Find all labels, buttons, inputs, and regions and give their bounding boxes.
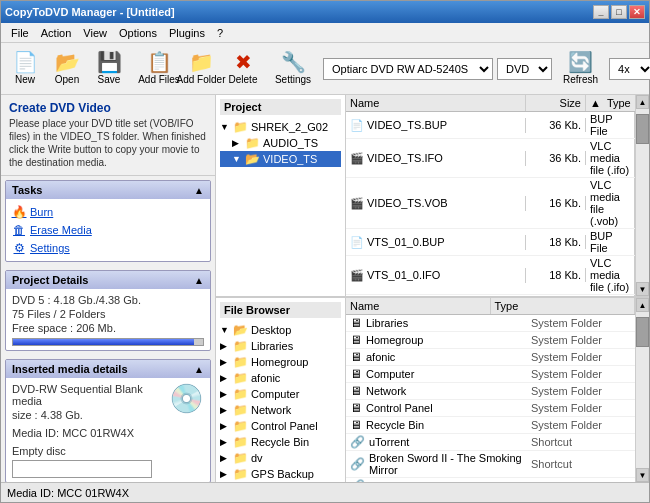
- browser-file-row-1[interactable]: 🖥 Homegroup System Folder: [346, 332, 635, 349]
- add-files-button[interactable]: 📋 Add Files: [139, 46, 179, 92]
- media-id-input[interactable]: [12, 460, 152, 478]
- menu-view[interactable]: View: [77, 25, 113, 41]
- browser-file-type-1: System Folder: [531, 334, 631, 346]
- tree-item-shrek[interactable]: ▼ 📁 SHREK_2_G02: [220, 119, 341, 135]
- menu-plugins[interactable]: Plugins: [163, 25, 211, 41]
- browser-col-type[interactable]: Type: [491, 298, 636, 314]
- task-settings[interactable]: ⚙ Settings: [12, 239, 204, 257]
- file-name-4: 🎬VTS_01_0.IFO: [346, 268, 526, 283]
- maximize-button[interactable]: □: [611, 5, 627, 19]
- file-name-3: 📄VTS_01_0.BUP: [346, 235, 526, 250]
- new-button[interactable]: 📄 New: [5, 46, 45, 92]
- delete-button[interactable]: ✖ Delete: [223, 46, 263, 92]
- erase-icon: 🗑: [12, 223, 26, 237]
- save-button[interactable]: 💾 Save: [89, 46, 129, 92]
- browser-file-row-3[interactable]: 🖥 Computer System Folder: [346, 366, 635, 383]
- dvd-type-selector[interactable]: DVD 5DVD 9: [497, 58, 552, 80]
- task-erase-media[interactable]: 🗑 Erase Media: [12, 221, 204, 239]
- task-burn[interactable]: 🔥 Burn: [12, 203, 204, 221]
- minimize-button[interactable]: _: [593, 5, 609, 19]
- scroll-track: [636, 109, 649, 282]
- browser-tree-item-4[interactable]: ▶ 📁 Computer: [220, 386, 341, 402]
- browser-expand-0[interactable]: ▼: [220, 325, 230, 335]
- dvd-disc-icon: 💿: [169, 382, 204, 415]
- file-row-2[interactable]: 🎬VIDEO_TS.VOB 16 Kb. VLC media file (.vo…: [346, 178, 635, 229]
- settings-button[interactable]: 🔧 Settings: [273, 46, 313, 92]
- file-type-3: BUP File: [586, 229, 635, 255]
- browser-expand-3[interactable]: ▶: [220, 373, 230, 383]
- browser-file-row-7[interactable]: 🔗 uTorrent Shortcut: [346, 434, 635, 451]
- create-dvd-title: Create DVD Video: [9, 101, 207, 115]
- tasks-section: Tasks ▲ 🔥 Burn 🗑 Erase Media ⚙ Settings: [5, 180, 211, 262]
- project-scrollbar[interactable]: ▲ ▼: [635, 95, 649, 296]
- file-row-4[interactable]: 🎬VTS_01_0.IFO 18 Kb. VLC media file (.if…: [346, 256, 635, 295]
- tree-expand-shrek[interactable]: ▼: [220, 122, 230, 132]
- tree-item-video-ts[interactable]: ▼ 📂 VIDEO_TS: [220, 151, 341, 167]
- menu-options[interactable]: Options: [113, 25, 163, 41]
- tree-expand-audio[interactable]: ▶: [232, 138, 242, 148]
- browser-col-name[interactable]: Name: [346, 298, 491, 314]
- tree-expand-video[interactable]: ▼: [232, 154, 242, 164]
- open-button[interactable]: 📂 Open: [47, 46, 87, 92]
- browser-scroll-thumb[interactable]: [636, 317, 649, 347]
- scroll-down-btn[interactable]: ▼: [636, 282, 649, 296]
- browser-file-row-6[interactable]: 🖥 Recycle Bin System Folder: [346, 417, 635, 434]
- menu-action[interactable]: Action: [35, 25, 78, 41]
- browser-tree-item-5[interactable]: ▶ 📁 Network: [220, 402, 341, 418]
- browser-tree-item-3[interactable]: ▶ 📁 afonic: [220, 370, 341, 386]
- browser-file-row-4[interactable]: 🖥 Network System Folder: [346, 383, 635, 400]
- menu-help[interactable]: ?: [211, 25, 229, 41]
- tasks-collapse-icon[interactable]: ▲: [194, 185, 204, 196]
- scroll-up-btn[interactable]: ▲: [636, 95, 649, 109]
- browser-file-row-0[interactable]: 🖥 Libraries System Folder: [346, 315, 635, 332]
- scroll-thumb[interactable]: [636, 114, 649, 144]
- browser-tree-item-1[interactable]: ▶ 📁 Libraries: [220, 338, 341, 354]
- file-row-5[interactable]: 🎬VTS_01_0.VOB 114 Kb. VLC media file (.v…: [346, 295, 635, 296]
- browser-tree-item-6[interactable]: ▶ 📁 Control Panel: [220, 418, 341, 434]
- project-details-header[interactable]: Project Details ▲: [6, 271, 210, 289]
- col-size[interactable]: Size: [526, 95, 586, 111]
- inserted-media-collapse[interactable]: ▲: [194, 364, 204, 375]
- speed-selector[interactable]: 1x2x4x8x: [609, 58, 650, 80]
- browser-expand-7[interactable]: ▶: [220, 437, 230, 447]
- file-type-0: BUP File: [586, 112, 635, 138]
- browser-scroll-down[interactable]: ▼: [636, 468, 649, 482]
- menu-file[interactable]: File: [5, 25, 35, 41]
- browser-file-row-5[interactable]: 🖥 Control Panel System Folder: [346, 400, 635, 417]
- browser-tree-item-9[interactable]: ▶ 📁 GPS Backup: [220, 466, 341, 482]
- browser-expand-4[interactable]: ▶: [220, 389, 230, 399]
- browser-tree-item-7[interactable]: ▶ 📁 Recycle Bin: [220, 434, 341, 450]
- browser-tree-item-8[interactable]: ▶ 📁 dv: [220, 450, 341, 466]
- tasks-header[interactable]: Tasks ▲: [6, 181, 210, 199]
- browser-expand-9[interactable]: ▶: [220, 469, 230, 479]
- browser-tree-item-2[interactable]: ▶ 📁 Homegroup: [220, 354, 341, 370]
- delete-label: Delete: [229, 74, 258, 85]
- browser-expand-8[interactable]: ▶: [220, 453, 230, 463]
- file-row-0[interactable]: 📄VIDEO_TS.BUP 36 Kb. BUP File: [346, 112, 635, 139]
- drive-selector[interactable]: Optiarc DVD RW AD-5240S [E]: [323, 58, 493, 80]
- refresh-button[interactable]: 🔄 Refresh: [556, 46, 605, 92]
- app-title: CopyToDVD Manager - [Untitled]: [5, 6, 175, 18]
- browser-scrollbar[interactable]: ▲ ▼: [635, 298, 649, 482]
- file-list-header: Name Size ▲Type: [346, 95, 635, 112]
- browser-scroll-up[interactable]: ▲: [636, 298, 649, 312]
- file-row-1[interactable]: 🎬VIDEO_TS.IFO 36 Kb. VLC media file (.if…: [346, 139, 635, 178]
- browser-file-name-2: afonic: [366, 351, 531, 363]
- add-folder-button[interactable]: 📁 Add Folder: [181, 46, 221, 92]
- browser-tree-item-0[interactable]: ▼ 📂 Desktop: [220, 322, 341, 338]
- col-type[interactable]: ▲Type: [586, 95, 635, 111]
- tree-item-audio-ts[interactable]: ▶ 📁 AUDIO_TS: [220, 135, 341, 151]
- browser-expand-1[interactable]: ▶: [220, 341, 230, 351]
- browser-expand-5[interactable]: ▶: [220, 405, 230, 415]
- inserted-media-header[interactable]: Inserted media details ▲: [6, 360, 210, 378]
- browser-expand-6[interactable]: ▶: [220, 421, 230, 431]
- close-button[interactable]: ✕: [629, 5, 645, 19]
- project-details-collapse[interactable]: ▲: [194, 275, 204, 286]
- browser-file-row-8[interactable]: 🔗 Broken Sword II - The Smoking Mirror S…: [346, 451, 635, 478]
- col-name[interactable]: Name: [346, 95, 526, 111]
- browser-file-row-2[interactable]: 🖥 afonic System Folder: [346, 349, 635, 366]
- file-row-3[interactable]: 📄VTS_01_0.BUP 18 Kb. BUP File: [346, 229, 635, 256]
- project-space-line: Free space : 206 Mb.: [12, 321, 204, 335]
- browser-expand-2[interactable]: ▶: [220, 357, 230, 367]
- menubar: File Action View Options Plugins ?: [1, 23, 649, 43]
